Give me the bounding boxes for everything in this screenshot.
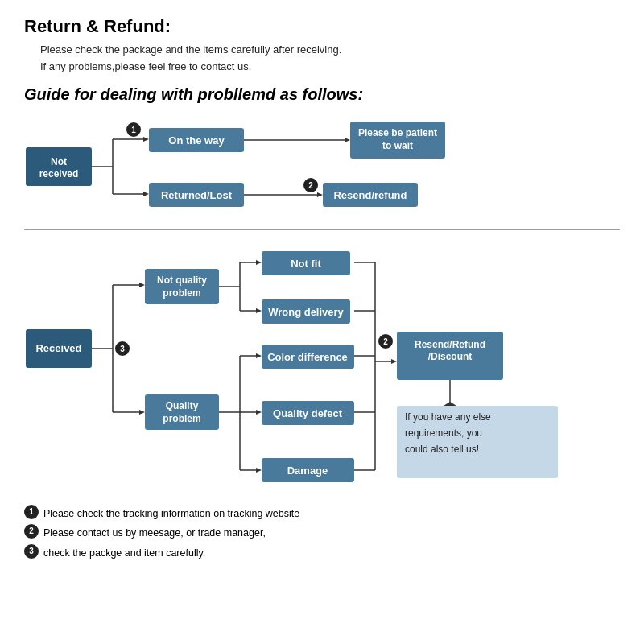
footnote-badge-3: 3 xyxy=(24,544,39,559)
svg-marker-16 xyxy=(345,138,350,142)
svg-marker-84 xyxy=(444,402,456,406)
svg-text:Not quality: Not quality xyxy=(157,275,207,286)
top-flow-diagram: Not received 1 On the way Returned/Lost … xyxy=(24,115,620,223)
svg-text:Resend/Refund: Resend/Refund xyxy=(415,339,485,350)
svg-text:1: 1 xyxy=(131,126,136,134)
svg-text:Not fit: Not fit xyxy=(291,258,321,270)
svg-rect-24 xyxy=(323,183,418,207)
svg-marker-57 xyxy=(256,353,262,358)
svg-marker-59 xyxy=(256,468,262,473)
footnote-badge-2: 2 xyxy=(24,524,39,539)
svg-text:Wrong delivery: Wrong delivery xyxy=(268,306,344,318)
svg-point-19 xyxy=(303,178,318,192)
svg-point-7 xyxy=(126,122,141,137)
subtitle: Please check the package and the items c… xyxy=(40,42,620,76)
footnote-badge-1: 1 xyxy=(24,505,39,519)
svg-marker-35 xyxy=(139,410,145,415)
svg-marker-33 xyxy=(139,283,145,287)
svg-text:/Discount: /Discount xyxy=(428,351,473,362)
svg-text:problem: problem xyxy=(163,413,200,424)
footnote-2: 2 Please contact us by meesage, or trade… xyxy=(24,524,620,543)
svg-text:Received: Received xyxy=(35,342,81,354)
svg-text:2: 2 xyxy=(308,181,313,190)
svg-text:If you have any else: If you have any else xyxy=(405,411,491,423)
svg-text:3: 3 xyxy=(120,345,125,353)
svg-rect-21 xyxy=(350,122,445,159)
svg-text:Please be patient: Please be patient xyxy=(358,127,437,138)
svg-text:problem: problem xyxy=(163,287,200,299)
svg-text:to wait: to wait xyxy=(382,140,413,151)
footnotes: 1 Please check the tracking information … xyxy=(24,505,620,563)
footnote-1: 1 Please check the tracking information … xyxy=(24,505,620,523)
svg-rect-11 xyxy=(149,128,244,152)
svg-rect-13 xyxy=(149,183,244,207)
svg-text:Resend/refund: Resend/refund xyxy=(333,189,407,201)
svg-rect-0 xyxy=(26,147,92,186)
svg-text:Not: Not xyxy=(51,156,67,167)
svg-marker-18 xyxy=(317,192,323,197)
svg-text:Color difference: Color difference xyxy=(267,351,348,363)
svg-text:could also tell us!: could also tell us! xyxy=(405,444,479,455)
bottom-flow-diagram: Received 3 Not quality problem Quality p… xyxy=(24,237,620,493)
page-title: Return & Refund: xyxy=(24,16,620,37)
svg-text:Quality defect: Quality defect xyxy=(273,407,343,419)
svg-marker-58 xyxy=(256,410,262,415)
svg-text:Returned/Lost: Returned/Lost xyxy=(161,189,233,201)
svg-marker-73 xyxy=(391,359,397,364)
footnote-text-1: Please check the tracking information on… xyxy=(43,505,299,523)
footnote-3: 3 check the packge and item carefully. xyxy=(24,544,620,563)
svg-text:Damage: Damage xyxy=(287,464,328,477)
guide-title: Guide for dealing with probllemd as foll… xyxy=(24,85,620,104)
svg-text:requirements, you: requirements, you xyxy=(405,427,482,439)
svg-text:On the way: On the way xyxy=(168,134,225,147)
footnote-text-2: Please contact us by meesage, or trade m… xyxy=(43,524,266,543)
svg-text:received: received xyxy=(39,168,79,180)
svg-marker-46 xyxy=(256,260,262,265)
svg-marker-10 xyxy=(143,192,149,196)
svg-text:2: 2 xyxy=(383,337,388,346)
svg-marker-47 xyxy=(256,308,262,313)
svg-marker-9 xyxy=(143,137,149,142)
footnote-text-3: check the packge and item carefully. xyxy=(43,544,205,563)
section-divider xyxy=(24,229,620,230)
svg-text:Quality: Quality xyxy=(166,400,199,411)
